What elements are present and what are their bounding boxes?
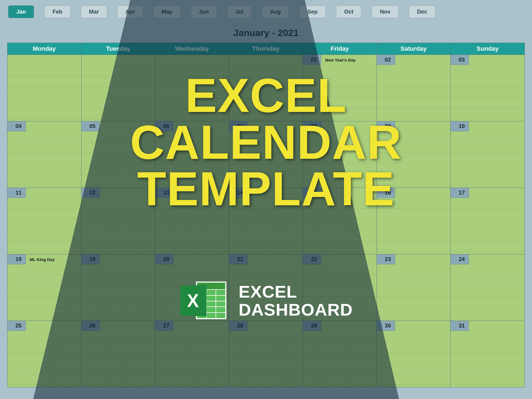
cell-lines (451, 264, 525, 321)
day-header-tuesday: Tuesday (81, 43, 155, 55)
calendar-cell[interactable]: 22 (303, 254, 377, 321)
calendar-cell[interactable]: 29 (303, 321, 377, 387)
month-tab-jan[interactable]: Jan (8, 6, 34, 18)
calendar-cell[interactable]: 08 (303, 121, 377, 188)
day-header-saturday: Saturday (377, 43, 451, 55)
calendar-cell[interactable] (81, 55, 155, 121)
date-badge: 09 (377, 121, 395, 131)
day-header-thursday: Thursday (229, 43, 303, 55)
month-tab-jul[interactable]: Jul (227, 6, 252, 18)
calendar-cell[interactable]: 30 (377, 321, 451, 387)
calendar-cell[interactable]: 07 (229, 121, 303, 188)
calendar-cell[interactable]: 10 (451, 121, 525, 188)
date-badge: 14 (229, 188, 247, 198)
cell-lines (155, 331, 229, 387)
cell-lines (229, 264, 303, 321)
date-badge: 27 (155, 321, 173, 331)
month-tab-nov[interactable]: Nov (372, 6, 398, 18)
month-tab-jun[interactable]: Jun (191, 6, 217, 18)
date-badge: 25 (7, 321, 26, 331)
week-row: 04050607080910 (7, 121, 525, 188)
cell-lines (7, 55, 81, 121)
calendar-cell[interactable]: 28 (229, 321, 303, 387)
day-header-friday: Friday (303, 43, 377, 55)
cell-lines (81, 264, 155, 321)
cell-lines (303, 331, 377, 387)
date-badge: 15 (303, 188, 321, 198)
cell-lines (155, 198, 229, 254)
date-badge: 10 (451, 121, 469, 131)
cell-lines (303, 65, 377, 121)
calendar-cell[interactable]: 25 (7, 321, 81, 387)
day-header-row: MondayTuesdayWednesdayThursdayFridaySatu… (7, 43, 525, 55)
calendar-cell[interactable]: 05 (81, 121, 155, 188)
cell-lines (377, 65, 451, 121)
month-tab-feb[interactable]: Feb (44, 6, 70, 18)
calendar-cell[interactable]: 13 (155, 188, 229, 254)
date-badge: 03 (451, 55, 469, 65)
date-badge: 31 (451, 321, 469, 331)
date-badge: 28 (229, 321, 247, 331)
calendar-cell[interactable]: 09 (377, 121, 451, 188)
date-badge: 24 (451, 254, 469, 264)
date-badge: 29 (303, 321, 321, 331)
calendar-cell[interactable]: 21 (229, 254, 303, 321)
calendar-grid: MondayTuesdayWednesdayThursdayFridaySatu… (7, 43, 525, 387)
date-badge: 06 (155, 121, 173, 131)
week-row: 11121314151617 (7, 188, 525, 254)
date-badge: 13 (155, 188, 173, 198)
calendar-cell[interactable]: 17 (451, 188, 525, 254)
cell-lines (451, 65, 525, 121)
cell-lines (7, 198, 81, 254)
month-tab-apr[interactable]: Apr (117, 6, 143, 18)
month-tab-may[interactable]: May (154, 6, 180, 18)
calendar-cell[interactable]: 12 (81, 188, 155, 254)
calendar-cell[interactable] (155, 55, 229, 121)
calendar-cell[interactable]: 15 (303, 188, 377, 254)
calendar-cell[interactable]: 04 (7, 121, 81, 188)
date-badge: 21 (229, 254, 247, 264)
event-label: New Year's Day (323, 56, 355, 62)
cell-lines (81, 331, 155, 387)
cell-lines (303, 131, 377, 188)
calendar-cell[interactable]: 23 (377, 254, 451, 321)
month-tab-oct[interactable]: Oct (336, 6, 361, 18)
month-tab-dec[interactable]: Dec (409, 6, 435, 18)
calendar-cell[interactable]: 19 (81, 254, 155, 321)
calendar-cell[interactable]: 27 (155, 321, 229, 387)
cell-lines (377, 131, 451, 188)
month-tab-mar[interactable]: Mar (81, 6, 107, 18)
calendar-cell[interactable]: 11 (7, 188, 81, 254)
month-tabs: JanFebMarAprMayJunJulAugSepOctNovDec (0, 0, 532, 18)
calendar-cell[interactable]: 31 (451, 321, 525, 387)
date-badge: 30 (377, 321, 395, 331)
date-badge: 23 (377, 254, 395, 264)
day-header-wednesday: Wednesday (155, 43, 229, 55)
calendar-cell[interactable]: 03 (451, 55, 525, 121)
cell-lines (81, 131, 155, 188)
cell-lines (81, 198, 155, 254)
month-tab-aug[interactable]: Aug (262, 6, 289, 18)
calendar-cell[interactable]: 20 (155, 254, 229, 321)
event-label: ML King Day (27, 255, 55, 262)
cell-lines (229, 331, 303, 387)
calendar-cell[interactable]: 16 (377, 188, 451, 254)
calendar-weeks: 01New Year's Day020304050607080910111213… (7, 55, 525, 387)
calendar-cell[interactable]: 06 (155, 121, 229, 188)
calendar-cell[interactable]: 18ML King Day (7, 254, 81, 321)
week-row: 25262728293031 (7, 321, 525, 387)
cell-lines (155, 264, 229, 321)
calendar-cell[interactable]: 02 (377, 55, 451, 121)
calendar-cell[interactable] (229, 55, 303, 121)
cell-lines (155, 131, 229, 188)
calendar-cell[interactable]: 01New Year's Day (303, 55, 377, 121)
month-tab-sep[interactable]: Sep (299, 6, 326, 18)
cell-lines (229, 55, 303, 121)
calendar-cell[interactable]: 24 (451, 254, 525, 321)
calendar-cell[interactable] (7, 55, 81, 121)
calendar-cell[interactable]: 26 (81, 321, 155, 387)
calendar-cell[interactable]: 14 (229, 188, 303, 254)
day-header-sunday: Sunday (451, 43, 525, 55)
cell-lines (377, 331, 451, 387)
date-badge: 26 (81, 321, 100, 331)
